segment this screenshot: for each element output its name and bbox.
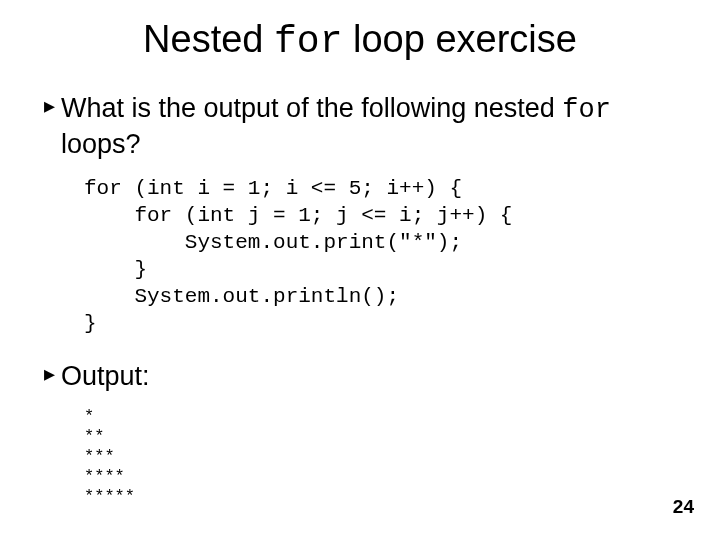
bullet-question-text: What is the output of the following nest… (61, 91, 690, 161)
title-pre: Nested (143, 18, 274, 60)
bullet-output: ▸ Output: (0, 359, 720, 393)
q-post: loops? (61, 129, 141, 159)
bullet-output-text: Output: (61, 359, 150, 393)
q-pre: What is the output of the following nest… (61, 93, 562, 123)
bullet-icon: ▸ (44, 91, 55, 121)
bullet-icon: ▸ (44, 359, 55, 389)
bullet-question: ▸ What is the output of the following ne… (0, 91, 720, 161)
slide-title: Nested for loop exercise (0, 18, 720, 63)
title-mono: for (274, 20, 342, 63)
page-number: 24 (673, 496, 694, 518)
code-block: for (int i = 1; i <= 5; i++) { for (int … (0, 175, 720, 337)
q-mono: for (562, 95, 611, 125)
output-block: * ** *** **** ***** (0, 407, 720, 507)
title-post: loop exercise (342, 18, 576, 60)
